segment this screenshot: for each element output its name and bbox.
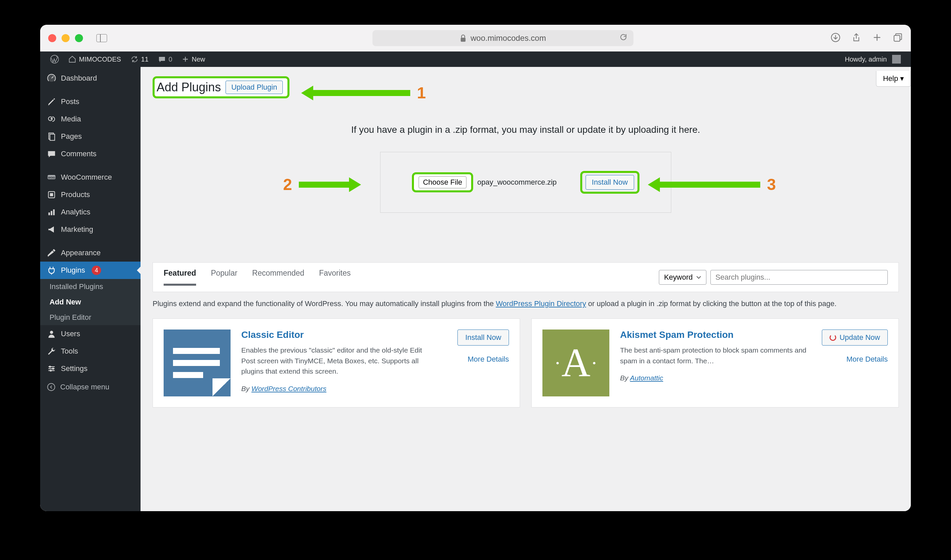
plugin-card-classic-editor: Classic Editor Enables the previous "cla…: [152, 318, 520, 408]
collapse-menu-button[interactable]: Collapse menu: [40, 377, 140, 397]
svg-rect-2: [894, 35, 900, 42]
tab-popular[interactable]: Popular: [211, 269, 237, 286]
avatar: [892, 55, 901, 63]
new-tab-button[interactable]: [872, 32, 882, 43]
svg-rect-14: [53, 209, 55, 215]
filter-bar: Featured Popular Recommended Favorites K…: [152, 262, 899, 292]
main-content: Help ▾ Add Plugins Upload Plugin 1 If yo…: [140, 67, 911, 511]
svg-point-21: [50, 370, 52, 372]
submenu-plugin-editor[interactable]: Plugin Editor: [40, 310, 140, 325]
menu-tools[interactable]: Tools: [40, 343, 140, 360]
plugin-name-link[interactable]: Akismet Spam Protection: [620, 329, 807, 340]
downloads-button[interactable]: [831, 32, 840, 43]
page-title: Add Plugins: [157, 80, 221, 94]
annotation-arrow-2: 2: [276, 175, 361, 194]
install-now-button[interactable]: Install Now: [586, 175, 634, 190]
url-text: woo.mimocodes.com: [471, 34, 546, 43]
upload-form: Choose File opay_woocommerce.zip Install…: [380, 152, 671, 213]
install-now-button[interactable]: Install Now: [457, 329, 509, 346]
menu-settings[interactable]: Settings: [40, 360, 140, 377]
plugin-icon: A: [542, 329, 609, 397]
plugin-name-link[interactable]: Classic Editor: [241, 329, 428, 340]
more-details-link[interactable]: More Details: [846, 355, 888, 364]
plugin-icon: [164, 329, 231, 397]
annotation-arrow-3: 3: [648, 175, 783, 194]
tab-recommended[interactable]: Recommended: [252, 269, 304, 286]
menu-marketing[interactable]: Marketing: [40, 221, 140, 238]
plugins-help-text: Plugins extend and expand the functional…: [152, 292, 899, 318]
choose-file-button[interactable]: Choose File: [412, 172, 473, 192]
svg-point-20: [52, 368, 54, 370]
tab-featured[interactable]: Featured: [164, 269, 196, 286]
submenu-add-new[interactable]: Add New: [40, 294, 140, 310]
new-content-link[interactable]: New: [177, 52, 210, 67]
author-link[interactable]: WordPress Contributors: [251, 385, 326, 392]
maximize-window-button[interactable]: [75, 34, 83, 42]
close-window-button[interactable]: [48, 34, 56, 42]
svg-rect-11: [50, 193, 53, 196]
plugins-update-badge: 4: [92, 266, 101, 275]
annotation-highlight-3: Install Now: [580, 171, 640, 194]
plugin-author: By WordPress Contributors: [241, 385, 428, 393]
more-details-link[interactable]: More Details: [468, 355, 509, 364]
menu-dashboard[interactable]: Dashboard: [40, 69, 140, 87]
my-account-link[interactable]: Howdy, admin: [840, 52, 905, 67]
comments-link[interactable]: 0: [153, 52, 177, 67]
minimize-window-button[interactable]: [62, 34, 69, 42]
menu-users[interactable]: Users: [40, 325, 140, 343]
lock-icon: [460, 34, 466, 42]
update-now-button[interactable]: Update Now: [822, 329, 888, 346]
tab-favorites[interactable]: Favorites: [319, 269, 351, 286]
page-header: Add Plugins Upload Plugin: [152, 67, 899, 98]
safari-toolbar: woo.mimocodes.com: [40, 25, 911, 52]
plugin-author: By Automattic: [620, 374, 807, 382]
svg-point-15: [50, 331, 53, 334]
menu-products[interactable]: Products: [40, 186, 140, 203]
site-name-link[interactable]: MIMOCODES: [63, 52, 126, 67]
plugin-description: Enables the previous "classic" editor an…: [241, 345, 428, 377]
sidebar-toggle-button[interactable]: [96, 34, 107, 42]
menu-woocommerce[interactable]: wooWooCommerce: [40, 169, 140, 186]
author-link[interactable]: Automattic: [630, 374, 663, 382]
svg-rect-0: [461, 37, 465, 42]
plugins-submenu: Installed Plugins Add New Plugin Editor: [40, 279, 140, 325]
upload-instructions-text: If you have a plugin in a .zip format, y…: [152, 125, 899, 135]
svg-rect-7: [50, 134, 55, 140]
wp-admin-bar: MIMOCODES 11 0 New Howdy, admin: [40, 52, 911, 67]
reload-button[interactable]: [619, 33, 628, 43]
plugin-card-akismet: A Akismet Spam Protection The best anti-…: [531, 318, 899, 408]
annotation-arrow-1: 1: [301, 84, 433, 102]
menu-comments[interactable]: Comments: [40, 145, 140, 163]
svg-point-22: [48, 383, 55, 391]
plugin-directory-link[interactable]: WordPress Plugin Directory: [496, 299, 586, 308]
chevron-down-icon: [696, 275, 702, 279]
plugin-cards-grid: Classic Editor Enables the previous "cla…: [152, 318, 899, 408]
update-icon: [829, 334, 836, 341]
filter-tabs: Featured Popular Recommended Favorites: [164, 269, 351, 286]
wp-logo-menu[interactable]: [46, 52, 63, 67]
annotation-highlight-1: Add Plugins Upload Plugin: [152, 76, 289, 98]
submenu-installed-plugins[interactable]: Installed Plugins: [40, 279, 140, 294]
search-plugins-input[interactable]: [710, 270, 888, 285]
menu-media[interactable]: Media: [40, 111, 140, 128]
menu-posts[interactable]: Posts: [40, 93, 140, 111]
window-controls: [48, 34, 83, 42]
menu-plugins[interactable]: Plugins4: [40, 262, 140, 279]
menu-analytics[interactable]: Analytics: [40, 203, 140, 221]
svg-rect-12: [49, 212, 50, 215]
share-button[interactable]: [851, 32, 861, 43]
svg-text:woo: woo: [48, 175, 55, 179]
menu-pages[interactable]: Pages: [40, 128, 140, 145]
selected-file-name: opay_woocommerce.zip: [477, 178, 557, 187]
svg-rect-13: [51, 211, 52, 215]
upload-plugin-button[interactable]: Upload Plugin: [226, 81, 283, 94]
search-type-select[interactable]: Keyword: [659, 270, 706, 285]
browser-window: woo.mimocodes.com MIMOCODES 11 0 New How…: [40, 25, 911, 511]
updates-link[interactable]: 11: [126, 52, 153, 67]
svg-point-19: [49, 366, 51, 368]
tabs-button[interactable]: [893, 32, 903, 43]
menu-appearance[interactable]: Appearance: [40, 244, 140, 262]
plugin-description: The best anti-spam protection to block s…: [620, 345, 807, 366]
address-bar[interactable]: woo.mimocodes.com: [372, 30, 634, 46]
admin-sidebar: Dashboard Posts Media Pages Comments woo…: [40, 67, 140, 511]
